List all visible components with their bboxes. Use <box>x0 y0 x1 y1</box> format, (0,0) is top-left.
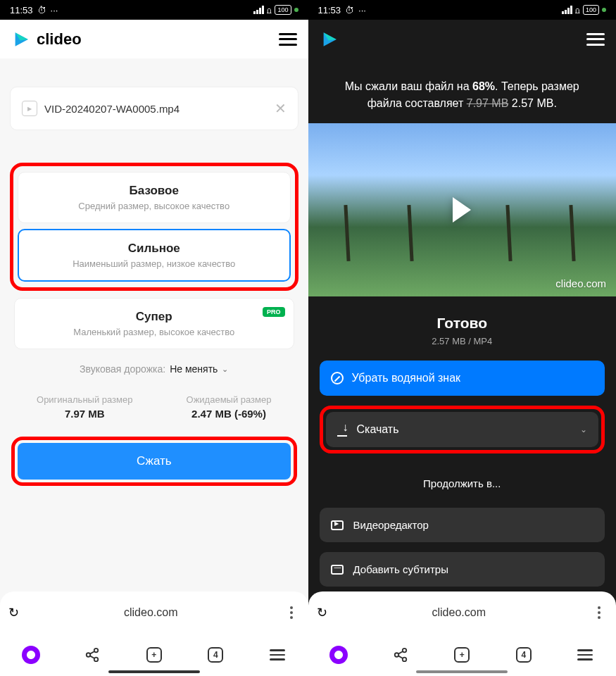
logo[interactable] <box>320 30 339 49</box>
status-bar: 11:53 ⏱ ··· ⩍ 100 <box>0 0 308 20</box>
download-button[interactable]: Скачать ⌄ <box>326 412 599 447</box>
nav-home-button[interactable] <box>329 646 348 664</box>
svg-point-0 <box>94 649 99 653</box>
app-header: clideo <box>0 20 308 58</box>
option-desc: Средний размер, высокое качество <box>30 201 279 211</box>
browser-nav-bar: + 4 <box>308 634 617 676</box>
option-title: Супер <box>26 310 282 324</box>
battery-icon: 100 <box>583 5 599 15</box>
size-comparison: Оригинальный размер 7.97 MB Ожидаемый ра… <box>10 394 298 420</box>
nav-tabs-button[interactable]: 4 <box>515 646 533 664</box>
video-file-icon <box>22 101 37 116</box>
chevron-down-icon: ⌄ <box>580 425 587 434</box>
status-alarm-icon: ⏱ <box>37 5 46 15</box>
nav-menu-button[interactable] <box>268 646 287 664</box>
done-title: Готово <box>308 315 617 332</box>
subtitles-icon <box>331 565 344 575</box>
svg-point-2 <box>94 658 99 662</box>
home-indicator[interactable] <box>416 670 508 673</box>
expected-size-value: 2.47 MB (-69%) <box>187 408 272 420</box>
signal-icon <box>253 6 264 14</box>
nav-new-tab-button[interactable]: + <box>145 646 163 664</box>
video-preview[interactable]: clideo.com <box>308 123 617 296</box>
app-header <box>308 20 617 58</box>
file-name: VID-20240207-WA0005.mp4 <box>44 103 268 115</box>
audio-label: Звуковая дорожка: <box>80 363 165 375</box>
expected-size-label: Ожидаемый размер <box>187 394 272 405</box>
svg-line-4 <box>90 656 94 658</box>
option-super[interactable]: PRO Супер Маленький размер, высокое каче… <box>14 298 294 349</box>
reload-button[interactable]: ↻ <box>8 605 19 620</box>
option-desc: Маленький размер, высокое качество <box>26 327 282 337</box>
continue-label: Продолжить в... <box>320 463 605 498</box>
compression-result-text: Мы сжали ваш файл на 68%. Теперь размер … <box>308 58 617 123</box>
original-size-value: 7.97 MB <box>37 408 132 420</box>
play-button-icon[interactable] <box>453 197 471 223</box>
wifi-icon: ⩍ <box>267 5 272 15</box>
chevron-down-icon: ⌄ <box>222 365 228 374</box>
options-highlight: Базовое Средний размер, высокое качество… <box>10 163 298 291</box>
option-desc: Наименьший размер, низкое качество <box>30 258 278 269</box>
status-bar: 11:53 ⏱ ··· ⩍ 100 <box>308 0 617 20</box>
browser-menu-button[interactable] <box>283 604 300 621</box>
reload-button[interactable]: ↻ <box>317 605 327 620</box>
wifi-icon: ⩍ <box>575 5 580 15</box>
option-title: Сильное <box>30 242 278 256</box>
logo-icon <box>11 30 31 49</box>
url-text[interactable]: clideo.com <box>27 606 275 619</box>
battery-icon: 100 <box>275 5 291 15</box>
nav-share-button[interactable] <box>391 646 410 664</box>
download-icon <box>337 424 348 435</box>
nav-new-tab-button[interactable]: + <box>453 646 471 664</box>
option-title: Базовое <box>30 184 279 198</box>
audio-value: Не менять <box>170 363 218 375</box>
watermark-text: clideo.com <box>555 277 606 289</box>
remove-watermark-button[interactable]: Убрать водяной знак <box>320 361 605 396</box>
browser-nav-bar: + 4 <box>0 634 308 676</box>
nav-share-button[interactable] <box>83 646 101 664</box>
compress-highlight: Сжать <box>11 437 297 486</box>
svg-line-3 <box>90 651 94 654</box>
download-highlight: Скачать ⌄ <box>320 406 605 453</box>
status-time: 11:53 <box>10 5 33 15</box>
video-editor-button[interactable]: Видеоредактор <box>320 508 605 542</box>
old-size: 7.97 MB <box>467 97 509 109</box>
original-size-label: Оригинальный размер <box>37 394 132 405</box>
file-card: VID-20240207-WA0005.mp4 ✕ <box>10 87 298 130</box>
home-indicator[interactable] <box>108 670 200 673</box>
svg-line-8 <box>398 651 403 654</box>
nav-menu-button[interactable] <box>576 646 594 664</box>
remove-file-button[interactable]: ✕ <box>275 100 287 117</box>
editor-icon <box>331 520 344 530</box>
option-strong[interactable]: Сильное Наименьший размер, низкое качест… <box>18 229 291 282</box>
svg-line-9 <box>398 656 403 658</box>
menu-button[interactable] <box>586 33 605 46</box>
option-basic[interactable]: Базовое Средний размер, высокое качество <box>18 172 291 223</box>
svg-point-6 <box>395 653 399 657</box>
status-time: 11:53 <box>318 5 341 15</box>
compress-button[interactable]: Сжать <box>18 443 291 480</box>
url-text[interactable]: clideo.com <box>336 606 583 619</box>
signal-icon <box>562 6 572 14</box>
menu-button[interactable] <box>279 33 297 46</box>
browser-address-bar: ↻ clideo.com <box>0 592 308 634</box>
svg-point-5 <box>403 649 407 653</box>
status-alarm-icon: ⏱ <box>345 5 354 15</box>
prohibit-icon <box>331 372 344 384</box>
logo-text: clideo <box>37 30 82 49</box>
logo-icon <box>320 30 339 49</box>
privacy-dot-icon <box>294 8 298 12</box>
audio-track-selector[interactable]: Звуковая дорожка: Не менять ⌄ <box>10 363 298 375</box>
privacy-dot-icon <box>602 8 606 12</box>
pro-badge: PRO <box>263 307 285 317</box>
logo[interactable]: clideo <box>11 30 82 49</box>
svg-point-7 <box>403 658 407 662</box>
browser-address-bar: ↻ clideo.com <box>308 592 617 634</box>
svg-point-1 <box>87 653 91 657</box>
add-subtitles-button[interactable]: Добавить субтитры <box>320 552 605 587</box>
done-meta: 2.57 MB / MP4 <box>308 336 617 346</box>
browser-menu-button[interactable] <box>591 604 608 621</box>
nav-home-button[interactable] <box>22 646 40 664</box>
nav-tabs-button[interactable]: 4 <box>206 646 225 664</box>
